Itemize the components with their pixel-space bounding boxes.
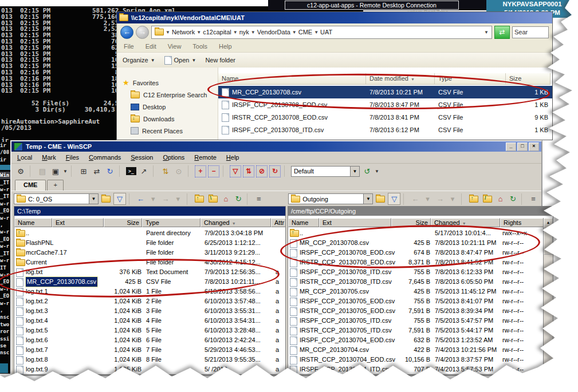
menu-item[interactable]: Help [219, 43, 232, 50]
breadcrumb[interactable]: ▼Network▼c12capital▼nyk▼VendorData▼CME▼U… [151, 26, 492, 39]
column-header[interactable]: Date modified▼ [366, 73, 435, 85]
table-row[interactable]: CurrentFile folder4/30/2012 4:15:12... [14, 258, 285, 267]
table-row[interactable]: IRSTR_CCP_20130705_EOD.csv7,591 B7/5/201… [288, 306, 544, 316]
scrollbar[interactable]: ▲ [543, 218, 553, 374]
table-row[interactable]: IRSPF_CCP_20130705_ITD.csv755 B7/5/2013 … [288, 316, 544, 326]
menu-item[interactable]: Remote [194, 154, 217, 161]
back-caret-icon[interactable]: ▾ [147, 193, 159, 204]
table-row[interactable]: MR_CCP_20130708.csv7/8/2013 10:21 PMCSV … [218, 86, 552, 98]
table-row[interactable]: log.txt.81,024 KiB8 File5/21/2013 9:55:3… [14, 355, 285, 365]
table-row[interactable]: log.txt376 KiBText Document7/9/2013 12:5… [14, 267, 285, 277]
menu-item[interactable]: File [124, 43, 134, 50]
open-directory-icon[interactable] [376, 196, 385, 203]
forward-caret-icon[interactable]: ▾ [447, 193, 458, 204]
select-add-icon[interactable]: + [195, 165, 206, 177]
menu-item[interactable]: Tools [192, 43, 207, 50]
table-row[interactable]: ↑..5/17/2013 10:01:4...rwx--x--x [288, 228, 544, 238]
column-header[interactable]: Size [104, 218, 142, 227]
sidebar-item[interactable]: ↓Downloads [117, 113, 218, 125]
back-button[interactable]: ← [120, 26, 133, 39]
menu-item[interactable]: Local [17, 154, 32, 161]
tree-icon[interactable]: ≡ [253, 193, 265, 204]
table-row[interactable]: log.txt.61,024 KiB6 File6/10/2013 2:42:2… [14, 335, 285, 345]
synchronize-icon[interactable]: ⇅ [160, 166, 171, 177]
table-row[interactable]: IRSPF_CCP_20130708_EOD.csv674 B7/8/2013 … [288, 248, 544, 258]
close-button[interactable]: × [529, 142, 539, 151]
column-header[interactable]: Name [218, 73, 366, 85]
table-row[interactable]: IRSTR_CCP_20130708_EOD.csv7/8/2013 8:41 … [218, 111, 552, 124]
filter-icon[interactable]: ▽ [388, 193, 400, 205]
sidebar-favorites[interactable]: ★ Favorites [117, 77, 218, 89]
table-row[interactable]: IRSPF_CCP_20130704_EOD.csv632 B7/5/2013 … [288, 335, 544, 345]
refresh-button[interactable]: ⇄ [494, 26, 510, 39]
menu-item[interactable]: Commands [89, 154, 121, 161]
back-icon[interactable]: ← [135, 193, 147, 204]
root-directory-icon[interactable]: / [483, 196, 492, 203]
forward-icon[interactable]: → [434, 193, 446, 204]
menu-item[interactable]: Session [131, 154, 153, 161]
breadcrumb-segment[interactable]: nyk [239, 29, 249, 35]
table-row[interactable]: log.txt.11,024 KiB1 File6/10/2013 3:58:5… [14, 287, 285, 296]
back-icon[interactable]: ← [410, 193, 421, 204]
transfer-preset-select[interactable]: Default▼ [291, 166, 360, 177]
forward-button[interactable]: → [136, 26, 149, 39]
forward-icon[interactable]: → [160, 193, 171, 204]
filter-icon[interactable]: ▽ [113, 193, 126, 205]
home-directory-icon[interactable]: ⌂ [495, 193, 506, 204]
parent-directory-icon[interactable]: ↑ [469, 196, 478, 203]
tree-icon[interactable]: ≡ [528, 193, 539, 204]
table-row[interactable]: log.txt.91,025 KiB5/ /2013a [14, 365, 285, 374]
remote-directory-select[interactable]: Outgoing▼ [288, 193, 373, 204]
menu-item[interactable]: Help [226, 154, 239, 161]
select-invert-icon[interactable]: ↻ [269, 165, 281, 177]
breadcrumb-segment[interactable]: c12capital [203, 29, 231, 35]
sidebar-item[interactable]: Recent Places [117, 125, 218, 137]
table-row[interactable]: IRSTR_CCP_20130705_ITD.csv7,591 B7/5/201… [288, 326, 544, 335]
column-header[interactable]: Attr [271, 218, 286, 227]
refresh-session-icon[interactable]: ↻ [104, 166, 116, 177]
column-header[interactable]: Size [391, 218, 431, 227]
table-row[interactable]: MR_CCP_20130705.csv425 B7/5/2013 11:45:1… [288, 287, 544, 296]
explorer-titlebar[interactable]: \\c12capital\nyk\VendorData\CME\UAT [117, 12, 552, 23]
table-row[interactable]: log.txt.41,024 KiB4 File6/10/2013 3:54:3… [14, 316, 285, 326]
column-header[interactable]: Type [435, 73, 506, 85]
table-row[interactable]: IRSTR_CCP_20130704_EOD.csv10,156 B7/4/20… [288, 355, 544, 365]
table-row[interactable]: log.txt.71,024 KiB7 File5/29/2013 4:46:5… [14, 345, 285, 355]
home-directory-icon[interactable]: ⌂ [221, 193, 232, 204]
column-header[interactable]: Name [14, 218, 52, 227]
clone-session-icon[interactable]: ▣ [50, 166, 61, 177]
remote-path[interactable]: /cme/ftp/CCP/Outgoing [288, 207, 553, 216]
column-header[interactable]: Changed▼ [431, 218, 500, 227]
table-row[interactable]: ↑..Parent directory7/9/2013 3:04:18 PM [14, 228, 285, 238]
menu-item[interactable]: Options [163, 154, 184, 161]
forward-caret-icon[interactable]: ▾ [172, 193, 184, 204]
address-book-icon[interactable]: ▤ [37, 166, 48, 177]
column-header[interactable]: Type [142, 218, 200, 227]
sidebar-item[interactable]: Desktop [117, 101, 218, 113]
menu-item[interactable]: Edit [146, 43, 156, 50]
open-in-putty-icon[interactable]: ↗ [138, 166, 150, 177]
table-row[interactable]: FlashPNLFile folder6/25/2013 1:12:12... [14, 238, 285, 248]
preferences-icon[interactable]: ⚙ [15, 166, 26, 177]
search-input[interactable]: Sear [512, 26, 549, 38]
table-row[interactable]: IRSPF_CCP_20130708_ITD.csv7/8/2013 6:12 … [218, 124, 552, 136]
menu-item[interactable]: View [168, 43, 182, 50]
column-header[interactable]: Rights [500, 218, 545, 227]
open-button[interactable]: Open▼ [164, 56, 196, 65]
refresh-panel-icon[interactable]: ↻ [508, 193, 519, 204]
table-row[interactable]: log.txt.31,024 KiB3 File6/10/2013 3:55:3… [14, 306, 285, 316]
tab-cme[interactable]: CME [15, 180, 46, 191]
copy-files-icon[interactable]: ⇄ [91, 166, 103, 177]
table-row[interactable]: mcrCache7.17File folder3/11/2013 9:21:29… [14, 248, 285, 258]
archive-icon[interactable]: ⊞ [78, 166, 89, 177]
open-directory-icon[interactable] [101, 196, 111, 203]
column-header[interactable]: Changed▼ [200, 218, 271, 227]
scroll-up-icon[interactable]: ▲ [544, 218, 553, 228]
local-path[interactable]: C:\Temp [14, 207, 285, 216]
menu-item[interactable]: Files [66, 154, 79, 161]
select-updown-icon[interactable]: ⇅ [243, 165, 254, 177]
breadcrumb-segment[interactable]: Network [172, 29, 195, 35]
new-folder-button[interactable]: New folder [205, 57, 235, 64]
winscp-titlebar[interactable]: Temp - CME - WinSCP _ □ × [11, 141, 541, 152]
column-header[interactable]: Ext [319, 218, 391, 227]
